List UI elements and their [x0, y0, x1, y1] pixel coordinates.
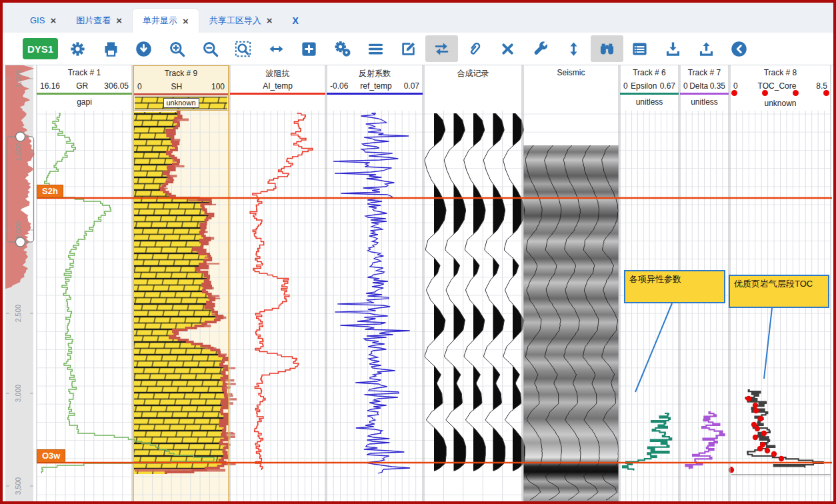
binoculars-icon[interactable] [591, 35, 624, 62]
zoom-in-icon[interactable] [161, 35, 194, 62]
toc-core-point [779, 456, 784, 461]
depth-label: 2,500 [14, 305, 22, 322]
synthetic-trace-fill [473, 113, 485, 471]
tab-image-view[interactable]: 图片查看× [66, 8, 132, 33]
download-circle-icon[interactable] [127, 35, 161, 62]
toc-core-point [753, 408, 759, 413]
synthetic-trace-fill [493, 113, 505, 471]
tab-close-icon[interactable]: × [267, 15, 273, 25]
log-plot: 1,0091,5002,0002,5003,0003,500 [0, 0, 836, 504]
toolbar-icons [61, 35, 755, 62]
tab-label: 共享工区导入 [209, 15, 261, 27]
tab-label: 单井显示 [143, 15, 177, 27]
gears-settings-icon[interactable] [326, 35, 359, 62]
depth-label: 1,009 [14, 70, 22, 87]
toc-core-point [771, 451, 777, 457]
tab-shared-workspace-import[interactable]: 共享工区导入× [199, 8, 283, 33]
zoom-out-icon[interactable] [193, 35, 227, 62]
import-download-icon[interactable] [657, 35, 690, 62]
toc-core-point [765, 448, 770, 453]
tab-close-icon[interactable]: × [50, 15, 56, 25]
depth-label: 3,500 [14, 477, 22, 495]
tab-single-well-display[interactable]: 单井显示× [132, 8, 199, 33]
toc-core-point [757, 446, 763, 451]
synthetic-trace [464, 113, 486, 471]
well-button[interactable]: DYS1 [23, 38, 58, 59]
synthetic-trace [425, 113, 447, 471]
annotation-toc[interactable]: 优质页岩气层段TOC [729, 275, 829, 308]
synthetic-trace [444, 113, 466, 471]
add-square-icon[interactable] [293, 35, 326, 62]
wrench-icon[interactable] [524, 35, 557, 62]
tab-bar: GIS×图片查看×单井显示×共享工区导入×X [3, 3, 833, 33]
synthetic-trace [483, 113, 505, 471]
tab-close-icon[interactable]: × [116, 15, 122, 25]
menu-icon[interactable] [359, 35, 392, 62]
toolbar: DYS1 [3, 33, 833, 65]
annotation-callout-line [635, 303, 672, 392]
tab-close-icon[interactable]: × [183, 16, 189, 26]
close-x-icon[interactable] [491, 35, 525, 62]
toc-core-point [758, 416, 763, 421]
printer-icon[interactable] [95, 35, 128, 62]
back-circle-icon[interactable] [723, 35, 756, 62]
swap-arrows-icon[interactable] [425, 35, 459, 62]
arrows-horizontal-icon[interactable] [260, 35, 293, 62]
curve-ai-temp [250, 113, 313, 470]
synthetic-trace-fill [513, 113, 525, 471]
depth-label: 1,500 [14, 143, 22, 161]
synthetic-trace-fill [454, 113, 466, 471]
tab-gis[interactable]: GIS× [20, 8, 66, 33]
annotation-anisotropy[interactable]: 各项异性参数 [624, 270, 725, 303]
tab-label: 图片查看 [76, 15, 111, 27]
synthetic-trace [503, 113, 525, 471]
tab-x[interactable]: X [282, 8, 308, 33]
navigator-handle-top[interactable] [16, 132, 25, 141]
marker-o3w-label[interactable]: O3w [37, 449, 65, 463]
toc-core-point [753, 403, 758, 408]
tab-label: GIS [30, 15, 45, 25]
toc-core-point [729, 467, 734, 473]
toc-core-point [761, 431, 767, 436]
synthetic-trace-fill [434, 113, 446, 471]
depth-label: 2,000 [14, 221, 22, 239]
settings-gear-icon[interactable] [61, 35, 95, 62]
toc-core-point [753, 435, 758, 440]
arrows-vertical-icon[interactable] [557, 35, 591, 62]
depth-navigator[interactable]: 1,0091,5002,0002,5003,0003,500 [5, 65, 35, 501]
marker-s2h-label[interactable]: S2h [37, 185, 63, 198]
table-list-icon[interactable] [623, 35, 657, 62]
curve-ref-temp [333, 113, 410, 473]
toc-core-point [746, 396, 751, 401]
export-upload-icon[interactable] [689, 35, 723, 62]
paperclip-icon[interactable] [458, 35, 491, 62]
zoom-area-icon[interactable] [227, 35, 260, 62]
tab-label: X [292, 15, 298, 26]
edit-icon[interactable] [392, 35, 425, 62]
depth-label: 3,000 [14, 385, 22, 402]
navigator-handle-bottom[interactable] [16, 237, 25, 247]
toc-core-point [755, 426, 760, 431]
